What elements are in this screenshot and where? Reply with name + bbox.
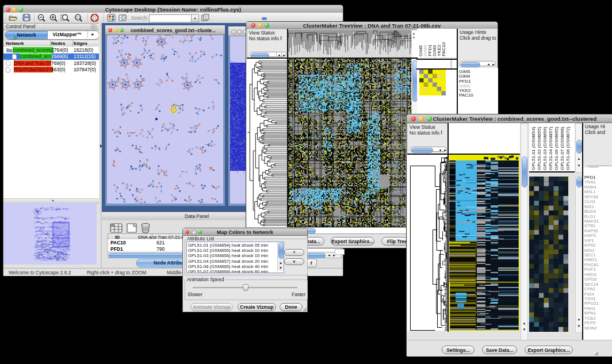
svg-text:1:1: 1:1 [76,16,80,19]
